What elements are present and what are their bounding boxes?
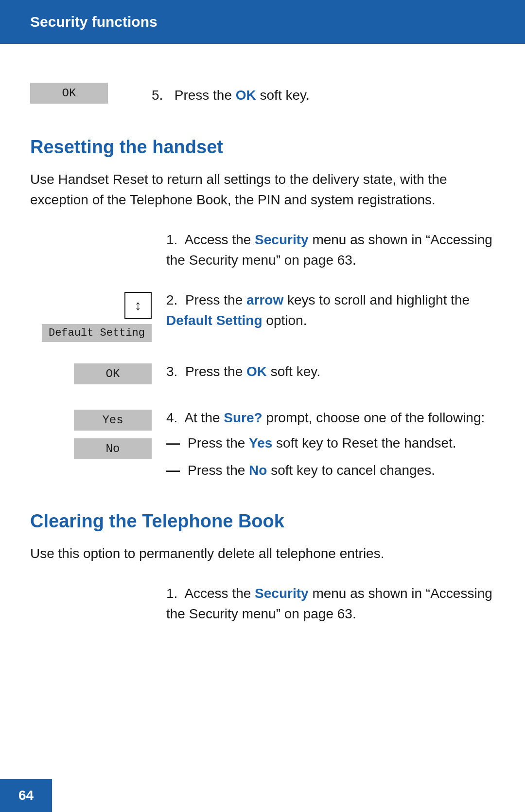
step4-yn-stack: Yes No <box>74 410 152 463</box>
resetting-step4: Yes No 4. At the Sure? prompt, choose on… <box>30 408 495 487</box>
step1-left <box>30 230 166 271</box>
step4-bullets: — Press the Yes soft key to Reset the ha… <box>166 433 495 481</box>
step4-num: 4. <box>166 410 184 425</box>
step2-link-arrow: arrow <box>246 292 283 307</box>
step1-num: 1. <box>166 232 184 247</box>
bullet-no-text: Press the No soft key to cancel changes. <box>188 460 435 481</box>
clearing-intro: Use this option to permanently delete al… <box>30 543 495 564</box>
page-number: 64 <box>18 788 34 803</box>
arrow-icon: ↕ <box>124 292 152 319</box>
step1-link: Security <box>255 232 309 247</box>
dash-yes: — <box>166 433 180 453</box>
header-bar: Security functions <box>0 0 525 44</box>
arrow-symbol: ↕ <box>135 298 141 313</box>
bullet-yes-link: Yes <box>249 435 272 451</box>
default-setting-ui: Default Setting <box>42 324 152 342</box>
step4-text: 4. At the Sure? prompt, choose one of th… <box>166 410 485 425</box>
clearing-heading: Clearing the Telephone Book <box>30 511 495 532</box>
step1-text: 1. Access the Security menu as shown in … <box>166 232 492 268</box>
step5-text-after: soft key. <box>256 88 310 103</box>
step5-num: 5. <box>152 88 163 103</box>
dash-no: — <box>166 460 180 481</box>
step5-text: 5. Press the OK soft key. <box>152 88 310 103</box>
step2-link-default: Default Setting <box>166 313 262 328</box>
step5-text-col: 5. Press the OK soft key. <box>137 85 495 106</box>
step5-button-col: OK <box>30 83 137 108</box>
bullet-yes: — Press the Yes soft key to Reset the ha… <box>166 433 495 453</box>
step1-right: 1. Access the Security menu as shown in … <box>166 230 495 271</box>
section-clearing: Clearing the Telephone Book Use this opt… <box>30 511 495 624</box>
step3-right: 3. Press the OK soft key. <box>166 361 495 388</box>
yes-button[interactable]: Yes <box>74 410 152 431</box>
step2-num: 2. <box>166 292 185 307</box>
page-content: OK 5. Press the OK soft key. Resetting t… <box>0 44 525 696</box>
resetting-intro: Use Handset Reset to return all settings… <box>30 169 495 210</box>
step4-left: Yes No <box>30 408 166 487</box>
bullet-yes-text: Press the Yes soft key to Reset the hand… <box>188 433 456 453</box>
bullet-no-link: No <box>249 463 267 478</box>
step2-right: 2. Press the arrow keys to scroll and hi… <box>166 290 495 342</box>
clearing-step1-right: 1. Access the Security menu as shown in … <box>166 583 495 624</box>
step5-text-before: Press the <box>175 88 236 103</box>
step2-left: ↕ Default Setting <box>30 290 166 342</box>
clearing-step1-left <box>30 583 166 624</box>
ok-button-step5[interactable]: OK <box>30 83 108 104</box>
step4-link-sure: Sure? <box>224 410 262 425</box>
resetting-heading: Resetting the handset <box>30 137 495 158</box>
clearing-step1-text: 1. Access the Security menu as shown in … <box>166 586 492 621</box>
step3-left: OK <box>30 361 166 388</box>
clearing-step1: 1. Access the Security menu as shown in … <box>30 583 495 624</box>
step5-link: OK <box>236 88 256 103</box>
clearing-step1-link: Security <box>255 586 309 601</box>
resetting-step2: ↕ Default Setting 2. Press the arrow key… <box>30 290 495 342</box>
resetting-step1: 1. Access the Security menu as shown in … <box>30 230 495 271</box>
no-button[interactable]: No <box>74 438 152 459</box>
header-title: Security functions <box>30 14 158 30</box>
step3-text: 3. Press the OK soft key. <box>166 364 320 379</box>
page-footer: 64 <box>0 779 52 812</box>
step5-row: OK 5. Press the OK soft key. <box>30 83 495 108</box>
clearing-step1-num: 1. <box>166 586 184 601</box>
step2-text: 2. Press the arrow keys to scroll and hi… <box>166 292 470 328</box>
step3-link-ok: OK <box>246 364 267 379</box>
resetting-step3: OK 3. Press the OK soft key. <box>30 361 495 388</box>
ok-button-step3[interactable]: OK <box>74 363 152 384</box>
section-resetting: Resetting the handset Use Handset Reset … <box>30 137 495 487</box>
step3-num: 3. <box>166 364 185 379</box>
bullet-no: — Press the No soft key to cancel change… <box>166 460 495 481</box>
step4-right: 4. At the Sure? prompt, choose one of th… <box>166 408 495 487</box>
